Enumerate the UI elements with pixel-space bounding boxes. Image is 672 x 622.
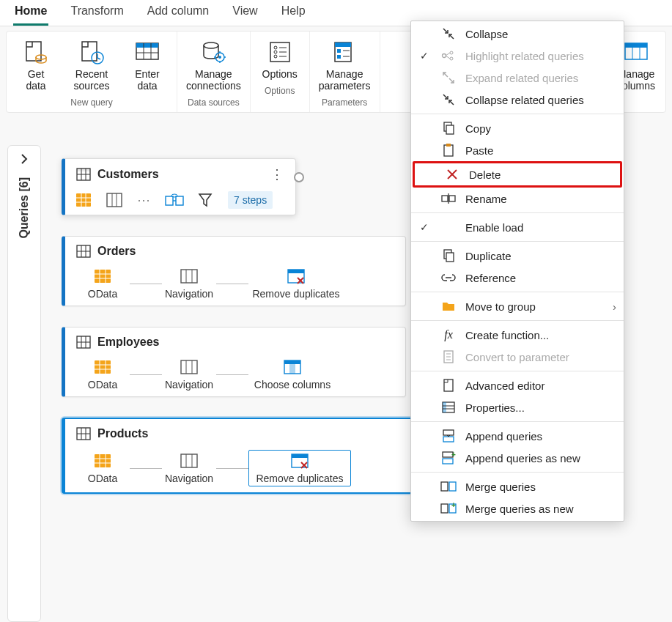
svg-rect-129 [443,402,446,412]
parameter-icon [440,349,457,364]
query-card-orders[interactable]: Orders OData Navigation Remove duplicate… [62,236,406,306]
table-icon [75,426,92,441]
tab-add-column[interactable]: Add column [146,0,211,26]
ctx-paste[interactable]: Paste [411,139,624,161]
step-remove-duplicates[interactable]: Remove duplicates [248,450,351,486]
ctx-append-queries-new[interactable]: + Append queries as new [411,447,624,469]
svg-rect-27 [337,49,341,53]
table-icon [75,167,92,182]
enter-data-label: Enter data [135,68,159,92]
connector-line [130,468,162,469]
step-odata[interactable]: OData [75,452,130,484]
ctx-move-to-group-label: Move to group [465,300,536,313]
expand-related-icon [440,70,457,85]
steps-count-pill[interactable]: 7 steps [228,191,273,209]
merge-step-icon [166,193,182,207]
ctx-rename[interactable]: Rename [411,188,624,210]
query-card-customers[interactable]: Customers ⋮ ⋯ 7 steps [62,158,296,215]
reference-icon [440,270,457,285]
step-navigation[interactable]: Navigation [162,358,216,390]
ctx-merge-queries-new[interactable]: + Merge queries as new [411,497,624,519]
tab-view[interactable]: View [231,0,259,26]
svg-rect-132 [443,430,454,435]
ctx-append-queries[interactable]: Append queries [411,425,624,447]
ctx-delete-highlight-box: Delete [413,161,622,188]
queries-sidebar-title: Queries [6] [18,177,31,239]
ctx-advanced-editor[interactable]: Advanced editor [411,374,624,396]
step-label: Choose columns [254,379,331,390]
step-navigation[interactable]: Navigation [162,452,216,484]
ctx-highlight-related-label: Highlight related queries [465,50,584,62]
ctx-reference[interactable]: Reference [411,267,624,289]
ctx-copy[interactable]: Copy [411,117,624,139]
tab-help[interactable]: Help [280,0,307,26]
ribbon-group-parameters: Manage parameters Parameters [310,32,380,112]
manage-connections-button[interactable]: Manage connections [185,36,243,95]
ctx-properties[interactable]: Properties... [411,396,624,418]
get-data-button[interactable]: Get data [14,36,58,95]
ctx-merge-queries[interactable]: Merge queries [411,475,624,497]
step-odata[interactable]: OData [75,358,130,390]
ribbon-group-label-data-sources: Data sources [188,97,240,108]
recent-sources-icon [78,39,105,65]
step-choose-columns[interactable]: Choose columns [248,358,336,390]
svg-rect-117 [442,196,448,201]
step-odata[interactable]: OData [75,267,130,300]
step-label: Navigation [165,288,213,300]
ctx-convert-to-parameter[interactable]: Convert to parameter [411,346,624,368]
odata-step-icon [75,193,92,207]
ctx-separator [411,212,624,213]
tab-transform[interactable]: Transform [69,0,125,26]
ctx-duplicate[interactable]: Duplicate [411,245,624,267]
svg-point-105 [450,51,453,54]
svg-point-21 [274,51,277,53]
ctx-collapse[interactable]: Collapse [411,23,624,45]
ctx-duplicate-label: Duplicate [465,250,512,262]
ctx-separator [411,114,624,114]
ctx-enable-load[interactable]: ✓ Enable load [411,216,624,238]
collapse-related-icon [440,92,457,107]
collapse-icon [440,26,457,41]
ctx-create-function[interactable]: fx Create function... [411,324,624,346]
step-navigation[interactable]: Navigation [162,267,216,300]
connector-line [216,374,248,375]
card-menu-icon[interactable]: ⋮ [267,166,287,182]
output-handle[interactable] [294,172,304,182]
ribbon-group-options: Options Options [251,32,310,112]
svg-point-13 [218,56,221,59]
ctx-delete[interactable]: Delete [415,163,620,185]
sidebar-expand-chevron-icon[interactable] [18,153,30,167]
ctx-separator [411,472,624,473]
ctx-highlight-related[interactable]: ✓ Highlight related queries [411,45,624,67]
properties-icon [440,400,457,415]
svg-point-11 [204,42,218,48]
get-data-icon [23,39,49,65]
options-button[interactable]: Options [258,36,302,83]
check-icon: ✓ [417,50,432,62]
step-remove-duplicates[interactable]: Remove duplicates [248,267,344,300]
options-label: Options [262,68,298,80]
get-data-label: Get data [26,68,45,92]
tab-home[interactable]: Home [13,0,48,26]
ctx-expand-related[interactable]: Expand related queries [411,67,624,89]
ctx-enable-load-label: Enable load [465,221,523,234]
ctx-separator [411,241,624,242]
query-card-products[interactable]: + Products OData Navigation Remove dupli… [62,418,443,494]
ctx-move-to-group[interactable]: Move to group › [411,295,624,317]
svg-rect-45 [107,193,122,207]
copy-icon [440,121,457,136]
svg-text:+: + [451,451,456,459]
ribbon-group-new-query: Get data Recent sources Enter data New q… [7,32,177,112]
manage-parameters-button[interactable]: Manage parameters [317,36,372,95]
append-icon [440,429,457,443]
ctx-merge-queries-label: Merge queries [465,481,536,493]
svg-marker-52 [199,194,211,206]
query-card-employees[interactable]: Employees OData Navigation Choose column… [62,327,406,397]
recent-sources-button[interactable]: Recent sources [70,36,114,95]
enter-data-button[interactable]: Enter data [125,36,169,95]
ctx-collapse-related[interactable]: Collapse related queries [411,89,624,111]
svg-rect-40 [76,193,91,207]
ctx-convert-to-parameter-label: Convert to parameter [465,351,569,363]
svg-point-51 [171,194,177,197]
ctx-separator [411,292,624,292]
